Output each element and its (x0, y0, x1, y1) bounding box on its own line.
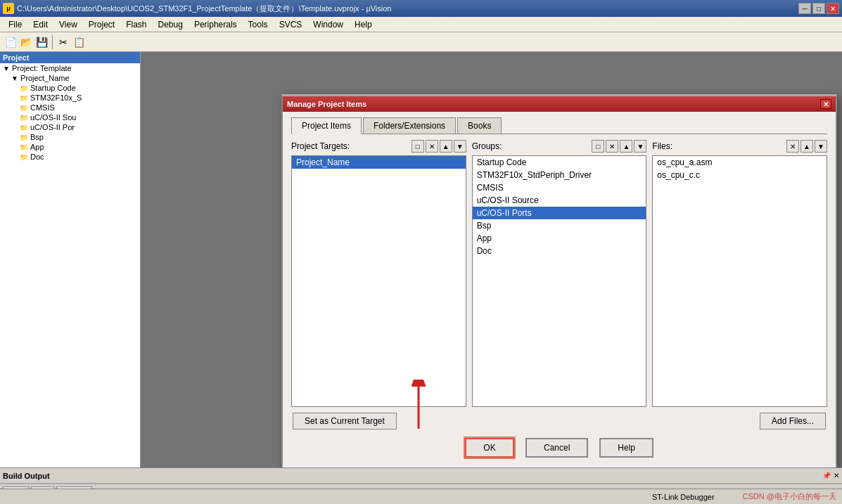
menu-item-help[interactable]: Help (349, 18, 378, 31)
folder-icon-stm32: 📁 (20, 94, 28, 102)
tree-label-cmsis: CMSIS (30, 103, 55, 112)
menu-item-tools[interactable]: Tools (243, 18, 274, 31)
build-output-icon-1[interactable]: 📌 (822, 472, 831, 479)
folder-icon-ucos-sou: 📁 (20, 114, 28, 122)
tree-item-cmsis[interactable]: 📁 CMSIS (0, 103, 140, 112)
groups-delete-btn[interactable]: ✕ (606, 140, 618, 153)
files-list[interactable]: os_cpu_a.asm os_cpu_c.c (652, 155, 827, 407)
list-item-os-cpu-a[interactable]: os_cpu_a.asm (653, 156, 827, 169)
list-item-os-cpu-c[interactable]: os_cpu_c.c (653, 169, 827, 181)
dialog-overlay: Manage Project Items ✕ Project Items Fol… (141, 52, 842, 467)
menu-item-view[interactable]: View (53, 18, 83, 31)
files-down-btn[interactable]: ▼ (815, 140, 827, 153)
maximize-button[interactable]: □ (812, 3, 825, 14)
tree-item-stm32[interactable]: 📁 STM32F10x_S (0, 93, 140, 103)
tree-item-ucos-sou[interactable]: 📁 uC/OS-II Sou (0, 112, 140, 122)
list-item-app[interactable]: App (473, 232, 646, 245)
tab-bar: Project Items Folders/Extensions Books (291, 117, 827, 134)
menu-item-debug[interactable]: Debug (153, 18, 189, 31)
groups-new-btn[interactable]: □ (592, 140, 604, 153)
ok-button[interactable]: OK (465, 438, 514, 458)
project-panel-title: Project (0, 52, 140, 63)
tree-item-project-name[interactable]: ▼ Project_Name (0, 73, 140, 83)
tree-item-startup[interactable]: 📁 Startup Code (0, 83, 140, 93)
title-bar: μ C:\Users\Administrator\Desktop\UCOS2_S… (0, 0, 842, 17)
toolbar-btn-5[interactable]: 📋 (71, 34, 87, 50)
toolbar-btn-2[interactable]: 📂 (18, 34, 34, 50)
project-targets-column: Project Targets: □ ✕ ▲ ▼ Project_Name (291, 140, 466, 407)
tree-item-app[interactable]: 📁 App (0, 142, 140, 152)
bottom-buttons: OK Cancel Help (291, 438, 827, 466)
menu-item-file[interactable]: File (3, 18, 27, 31)
menu-item-project[interactable]: Project (83, 18, 120, 31)
files-up-btn[interactable]: ▲ (800, 140, 813, 153)
menu-item-svcs[interactable]: SVCS (274, 18, 308, 31)
tree-label-bsp: Bsp (30, 133, 44, 141)
app-close-button[interactable]: ✕ (827, 3, 839, 14)
menu-item-window[interactable]: Window (307, 18, 349, 31)
menu-item-peripherals[interactable]: Peripherals (189, 18, 243, 31)
tree-item-bsp[interactable]: 📁 Bsp (0, 132, 140, 142)
dialog-title-bar: Manage Project Items ✕ (283, 96, 836, 112)
main-area: Project ▼ Project: Template ▼ Project_Na… (0, 52, 842, 467)
targets-delete-btn[interactable]: ✕ (426, 140, 438, 153)
toolbar-btn-4[interactable]: ✂ (56, 34, 71, 50)
tree-label: Project_Name (20, 74, 70, 82)
tab-folders-extensions[interactable]: Folders/Extensions (363, 117, 456, 134)
toolbar-btn-1[interactable]: 📄 (3, 34, 18, 50)
list-item-stm32[interactable]: STM32F10x_StdPeriph_Driver (473, 169, 646, 181)
targets-label: Project Targets: (291, 141, 412, 151)
targets-header: Project Targets: □ ✕ ▲ ▼ (291, 140, 466, 153)
targets-list[interactable]: Project_Name (291, 155, 466, 407)
manage-project-items-dialog: Manage Project Items ✕ Project Items Fol… (281, 94, 837, 473)
tree-label-startup: Startup Code (30, 84, 76, 92)
right-area: Manage Project Items ✕ Project Items Fol… (141, 52, 842, 467)
dialog-content: Project Items Folders/Extensions Books P… (283, 112, 836, 472)
groups-list[interactable]: Startup Code STM32F10x_StdPeriph_Driver … (472, 155, 647, 407)
dialog-close-button[interactable]: ✕ (820, 99, 831, 109)
set-current-target-button[interactable]: Set as Current Target (293, 413, 397, 429)
groups-down-btn[interactable]: ▼ (634, 140, 646, 153)
title-text: C:\Users\Administrator\Desktop\UCOS2_STM… (17, 4, 798, 14)
folder-icon-app: 📁 (20, 143, 28, 151)
build-output-icon-2[interactable]: ✕ (834, 472, 839, 479)
cancel-button[interactable]: Cancel (525, 438, 588, 458)
list-item-ucos-ports[interactable]: uC/OS-II Ports (473, 207, 646, 219)
list-item-project-name[interactable]: Project_Name (292, 156, 466, 169)
list-item-cmsis[interactable]: CMSIS (473, 181, 646, 194)
targets-down-btn[interactable]: ▼ (454, 140, 466, 153)
list-item-startup-code[interactable]: Startup Code (473, 156, 646, 169)
list-item-bsp[interactable]: Bsp (473, 219, 646, 232)
folder-icon-bsp: 📁 (20, 134, 28, 141)
tree-item-doc[interactable]: 📁 Doc (0, 152, 140, 162)
files-delete-btn[interactable]: ✕ (786, 140, 799, 153)
add-files-button[interactable]: Add Files... (760, 413, 826, 429)
columns-area: Project Targets: □ ✕ ▲ ▼ Project_Name (291, 140, 827, 407)
help-button[interactable]: Help (599, 438, 653, 458)
status-bar: ST-Link Debugger CSDN @电子小白的每一天 (0, 489, 842, 504)
targets-up-btn[interactable]: ▲ (440, 140, 452, 153)
tree-item-label: Project: Template (12, 64, 72, 72)
groups-header: Groups: □ ✕ ▲ ▼ (472, 140, 647, 153)
list-item-ucos-source[interactable]: uC/OS-II Source (473, 194, 646, 207)
tree-item-ucos-por[interactable]: 📁 uC/OS-II Por (0, 122, 140, 132)
tree-label-ucos-sou: uC/OS-II Sou (30, 113, 76, 122)
tree-label-doc: Doc (30, 153, 44, 161)
menu-item-edit[interactable]: Edit (27, 18, 53, 31)
build-output-bar: Build Output 📌 ✕ (0, 468, 842, 484)
tab-books[interactable]: Books (457, 117, 502, 134)
minimize-button[interactable]: ─ (798, 3, 811, 14)
watermark: CSDN @电子小白的每一天 (743, 491, 836, 502)
list-item-doc[interactable]: Doc (473, 245, 646, 257)
targets-new-btn[interactable]: □ (412, 140, 424, 153)
groups-column: Groups: □ ✕ ▲ ▼ Startup Code STM (472, 140, 647, 407)
tree-item-project[interactable]: ▼ Project: Template (0, 63, 140, 73)
tab-project-items[interactable]: Project Items (291, 117, 362, 134)
expand-icon: ▼ (3, 65, 10, 72)
groups-up-btn[interactable]: ▲ (620, 140, 632, 153)
menu-item-flash[interactable]: Flash (120, 18, 152, 31)
groups-toolbar: □ ✕ ▲ ▼ (592, 140, 646, 153)
project-panel: Project ▼ Project: Template ▼ Project_Na… (0, 52, 141, 467)
toolbar-btn-3[interactable]: 💾 (34, 34, 49, 50)
title-buttons: ─ □ ✕ (798, 3, 839, 14)
